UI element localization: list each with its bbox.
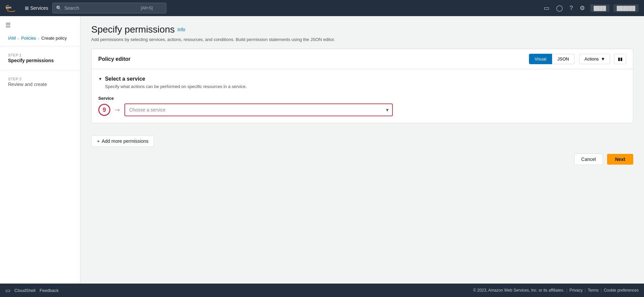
search-icon: 🔍	[56, 5, 62, 11]
step-badge: 9	[98, 104, 110, 116]
step2-name: Review and create	[8, 82, 72, 87]
policy-editor-card: Policy editor Visual JSON Actions ▼ ▮▮	[91, 49, 633, 123]
actions-button[interactable]: Actions ▼	[579, 54, 610, 64]
select-service-section: ▼ Select a service Specify what actions …	[92, 69, 633, 123]
policy-editor-header: Policy editor Visual JSON Actions ▼ ▮▮	[92, 49, 633, 69]
arrow-right-icon: →	[114, 106, 121, 114]
policy-editor-title: Policy editor	[98, 56, 130, 62]
feedback-label[interactable]: Feedback	[40, 288, 59, 293]
svg-text:aws: aws	[6, 6, 12, 9]
plus-icon: +	[97, 138, 100, 144]
privacy-link[interactable]: Privacy	[570, 288, 583, 293]
terminal-icon[interactable]: ▭	[542, 3, 551, 13]
footer-actions: Cancel Next	[91, 147, 633, 168]
service-dropdown[interactable]: Choose a service	[124, 103, 393, 116]
collapse-icon: ▮▮	[618, 56, 623, 61]
bottom-bar-right: © 2023, Amazon Web Services, Inc. or its…	[473, 288, 639, 293]
cookie-preferences-link[interactable]: Cookie preferences	[604, 288, 639, 293]
page-title-row: Specify permissions Info	[91, 24, 633, 35]
tab-json[interactable]: JSON	[552, 54, 575, 64]
copyright-text: © 2023, Amazon Web Services, Inc. or its…	[473, 288, 565, 293]
search-shortcut: [Alt+S]	[141, 6, 153, 10]
chevron-down-icon: ▼	[601, 56, 605, 61]
terms-link[interactable]: Terms	[588, 288, 599, 293]
top-nav: aws ⊞ Services 🔍 [Alt+S] ▭ ◯ ? ⚙ ████ ██…	[0, 0, 644, 16]
region-selector[interactable]: ██████	[613, 4, 639, 12]
step1-name: Specify permissions	[8, 58, 72, 63]
search-bar[interactable]: 🔍 [Alt+S]	[52, 3, 166, 13]
annotation-row: 9 → Choose a service ▼	[98, 103, 626, 116]
page-subtitle: Add permissions by selecting services, a…	[91, 37, 633, 42]
service-field-label: Service	[98, 96, 626, 101]
breadcrumb-policies[interactable]: Policies	[21, 36, 36, 41]
sidebar-divider	[0, 46, 80, 46]
tab-visual[interactable]: Visual	[529, 54, 552, 64]
aws-logo[interactable]: aws	[5, 4, 18, 12]
hamburger-icon[interactable]: ☰	[0, 22, 80, 33]
service-dropdown-wrapper: Choose a service ▼	[124, 103, 393, 116]
search-input[interactable]	[64, 5, 138, 11]
step2-label: Step 2	[8, 77, 72, 81]
breadcrumb-iam[interactable]: IAM	[8, 36, 16, 41]
select-service-header: ▼ Select a service	[98, 76, 626, 82]
sidebar: ☰ IAM › Policies › Create policy Step 1 …	[0, 16, 80, 284]
sidebar-divider-2	[0, 70, 80, 70]
next-button[interactable]: Next	[607, 154, 633, 165]
expand-icon[interactable]: ▼	[98, 77, 102, 81]
editor-tabs: Visual JSON	[529, 54, 575, 64]
bottom-bar-left: ▭ CloudShell Feedback	[5, 287, 59, 294]
step1-item: Step 1 Specify permissions	[0, 50, 80, 66]
page-title: Specify permissions	[91, 24, 175, 35]
user-menu[interactable]: ████	[590, 4, 609, 12]
cloudshell-icon: ▭	[5, 287, 10, 294]
select-service-title: Select a service	[105, 76, 145, 82]
settings-icon[interactable]: ⚙	[578, 3, 586, 13]
breadcrumb: IAM › Policies › Create policy	[0, 33, 80, 42]
step2-item: Step 2 Review and create	[0, 74, 80, 90]
breadcrumb-current: Create policy	[41, 36, 67, 41]
cloudshell-label[interactable]: CloudShell	[14, 288, 36, 293]
breadcrumb-sep-1: ›	[18, 36, 19, 40]
collapse-button[interactable]: ▮▮	[614, 54, 626, 64]
main-content: Specify permissions Info Add permissions…	[80, 16, 644, 284]
select-service-desc: Specify what actions can be performed on…	[105, 84, 626, 89]
bell-icon[interactable]: ◯	[555, 3, 564, 13]
services-menu[interactable]: ⊞ Services	[25, 5, 48, 11]
help-icon[interactable]: ?	[568, 3, 574, 13]
grid-icon: ⊞	[25, 5, 29, 11]
cancel-button[interactable]: Cancel	[574, 154, 603, 165]
step1-label: Step 1	[8, 53, 72, 57]
info-link[interactable]: Info	[177, 27, 185, 32]
add-permissions-button[interactable]: + Add more permissions	[91, 135, 154, 147]
breadcrumb-sep-2: ›	[38, 36, 40, 40]
bottom-bar: ▭ CloudShell Feedback © 2023, Amazon Web…	[0, 284, 644, 297]
